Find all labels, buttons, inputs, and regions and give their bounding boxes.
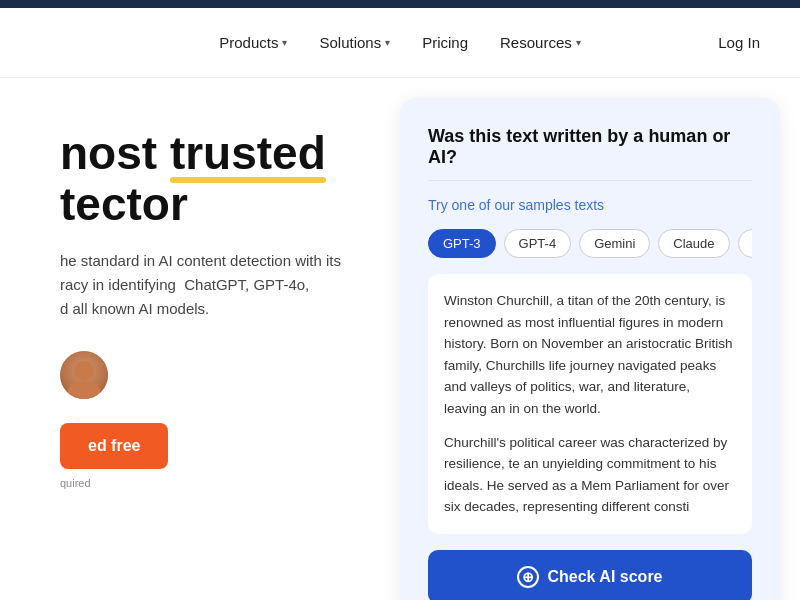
hero-subtitle: he standard in AI content detection with…	[60, 249, 350, 321]
check-ai-score-button[interactable]: ⊕ Check AI score	[428, 550, 752, 600]
cta-label: ed free	[88, 437, 140, 455]
hero-right: Was this text written by a human or AI? …	[390, 78, 800, 600]
nav-resources-label: Resources	[500, 34, 572, 51]
tab-gpt4[interactable]: GPT-4	[504, 229, 572, 258]
circle-plus-icon: ⊕	[517, 566, 539, 588]
hero-title-line1: nost trusted	[60, 127, 326, 179]
avatar	[60, 351, 108, 399]
nav-pricing-label: Pricing	[422, 34, 468, 51]
nav-item-pricing[interactable]: Pricing	[422, 34, 468, 51]
tab-claude[interactable]: Claude	[658, 229, 729, 258]
nav-solutions-label: Solutions	[319, 34, 381, 51]
nav-items: Products ▾ Solutions ▾ Pricing Resources…	[219, 34, 580, 51]
hero-title-line2: tector	[60, 178, 188, 230]
model-tabs: GPT-3 GPT-4 Gemini Claude Human + AI Hu.…	[428, 229, 752, 258]
hero-section: nost trusted tector he standard in AI co…	[0, 78, 800, 600]
card-title: Was this text written by a human or AI?	[428, 126, 752, 168]
ai-detection-card: Was this text written by a human or AI? …	[400, 98, 780, 600]
avatar-row	[60, 351, 350, 399]
hero-title: nost trusted tector	[60, 128, 350, 229]
tab-gpt4-label: GPT-4	[519, 236, 557, 251]
chevron-down-icon: ▾	[576, 37, 581, 48]
check-btn-label: Check AI score	[547, 568, 662, 586]
top-bar	[0, 0, 800, 8]
text-paragraph-2: Churchill's political career was charact…	[444, 432, 736, 518]
cta-button[interactable]: ed free	[60, 423, 168, 469]
navigation: Products ▾ Solutions ▾ Pricing Resources…	[0, 8, 800, 78]
tab-human-ai[interactable]: Human + AI	[738, 229, 752, 258]
nav-item-solutions[interactable]: Solutions ▾	[319, 34, 390, 51]
tab-gemini[interactable]: Gemini	[579, 229, 650, 258]
sample-text-area: Winston Churchill, a titan of the 20th c…	[428, 274, 752, 534]
tab-claude-label: Claude	[673, 236, 714, 251]
no-credit-text: quired	[60, 477, 350, 489]
sample-texts-link[interactable]: Try one of our samples texts	[428, 197, 752, 213]
hero-left: nost trusted tector he standard in AI co…	[0, 78, 390, 600]
tab-gpt3-label: GPT-3	[443, 236, 481, 251]
text-paragraph-1: Winston Churchill, a titan of the 20th c…	[444, 290, 736, 420]
tab-gpt3[interactable]: GPT-3	[428, 229, 496, 258]
nav-item-products[interactable]: Products ▾	[219, 34, 287, 51]
card-divider	[428, 180, 752, 181]
chevron-down-icon: ▾	[385, 37, 390, 48]
login-button[interactable]: Log In	[718, 34, 760, 51]
nav-products-label: Products	[219, 34, 278, 51]
avatar-face	[60, 351, 108, 399]
chevron-down-icon: ▾	[282, 37, 287, 48]
nav-item-resources[interactable]: Resources ▾	[500, 34, 581, 51]
tab-gemini-label: Gemini	[594, 236, 635, 251]
